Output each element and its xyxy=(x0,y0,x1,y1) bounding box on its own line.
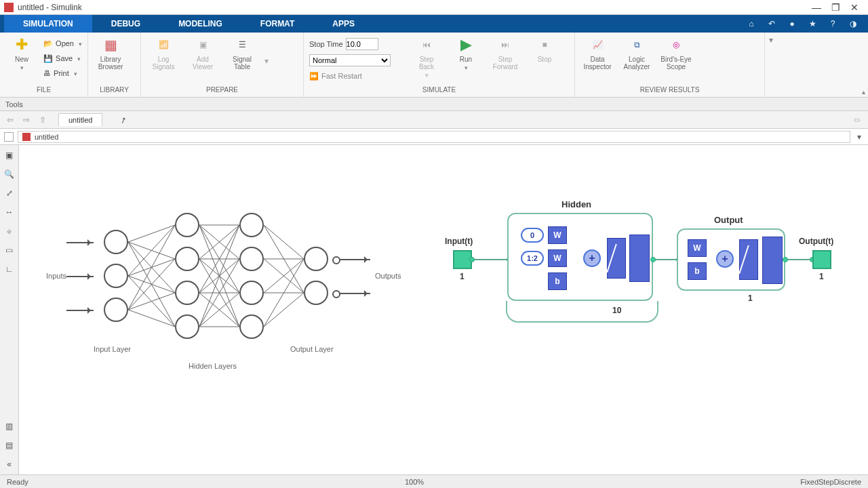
ribbon-collapse-button[interactable]: ▴ xyxy=(862,88,865,96)
output-port-block[interactable] xyxy=(812,250,831,269)
group-label-prepare: PREPARE xyxy=(146,86,298,96)
new-button[interactable]: ✚ New ▾ xyxy=(5,35,38,71)
nav-up-icon[interactable]: ⇧ xyxy=(37,114,49,126)
library-browser-button[interactable]: ▦ Library Browser xyxy=(94,35,127,70)
step-forward-button[interactable]: ⏭Step Forward xyxy=(488,35,522,70)
feedback-loop xyxy=(506,301,658,323)
transfer-fn-block[interactable] xyxy=(607,238,626,279)
label-hidden: Hidden xyxy=(561,199,591,209)
fit-icon[interactable]: ⤢ xyxy=(3,187,16,199)
open-button[interactable]: 📂Open xyxy=(43,37,82,50)
model-canvas[interactable]: Inputs Input Layer Hidden Layers Output … xyxy=(19,145,868,474)
nav-forward-icon[interactable]: ⇨ xyxy=(20,114,33,126)
stop-button[interactable]: ■Stop xyxy=(528,35,561,63)
ribbon-group-review: 📈Data Inspector ⧉Logic Analyzer ◎Bird's-… xyxy=(575,33,765,97)
settings-icon[interactable]: ◑ xyxy=(846,17,860,30)
delay-block[interactable]: 0 xyxy=(521,228,544,243)
stop-time-row: Stop Time xyxy=(309,37,404,52)
title-bar: untitled - Simulink — ❐ ✕ xyxy=(0,0,868,15)
tab-debug[interactable]: DEBUG xyxy=(92,15,159,33)
tab-apps[interactable]: APPS xyxy=(313,15,374,33)
stop-time-input[interactable] xyxy=(346,38,378,50)
group-label-library: LIBRARY xyxy=(94,86,135,96)
svg-line-10 xyxy=(128,293,175,310)
mux-block[interactable] xyxy=(629,235,650,282)
label-output-layer: Output Layer xyxy=(290,345,334,353)
logic-analyzer-button[interactable]: ⧉Logic Analyzer xyxy=(620,35,654,70)
status-zoom[interactable]: 100% xyxy=(28,478,800,486)
transfer-fn-block[interactable] xyxy=(739,239,758,280)
restore-view-icon[interactable]: « xyxy=(3,458,16,470)
app-icon xyxy=(4,3,14,12)
annotation-icon[interactable]: ▭ xyxy=(3,244,16,256)
svg-line-11 xyxy=(128,310,175,327)
image-icon[interactable]: ▥ xyxy=(3,420,16,432)
save-button[interactable]: 💾Save xyxy=(43,52,82,65)
simulink-nn-diagram: Input(t) 1 Hidden 0 W 1:2 W b + xyxy=(439,203,846,338)
tab-format[interactable]: FORMAT xyxy=(241,15,313,33)
status-solver[interactable]: FixedStepDiscrete xyxy=(800,478,861,486)
minimize-button[interactable]: — xyxy=(807,2,826,13)
help-icon[interactable]: ? xyxy=(826,17,840,30)
doc-tab-untitled[interactable]: untitled xyxy=(58,113,102,126)
undo-icon[interactable]: ↶ xyxy=(765,17,778,30)
output-subsystem[interactable]: W b + xyxy=(677,228,785,291)
print-button[interactable]: 🖶Print xyxy=(43,66,82,80)
doc-tab-menu-icon[interactable]: ▭ xyxy=(854,116,864,123)
viewmark-icon[interactable]: ▤ xyxy=(3,439,16,451)
pan-icon[interactable]: ↔ xyxy=(3,206,16,218)
log-signals-button[interactable]: 📶Log Signals xyxy=(146,35,180,70)
data-inspector-button[interactable]: 📈Data Inspector xyxy=(580,35,614,70)
nav-back-icon[interactable]: ⇦ xyxy=(4,114,16,126)
hidden-subsystem[interactable]: 0 W 1:2 W b + xyxy=(507,213,653,301)
mux-block[interactable] xyxy=(762,237,783,284)
sum-block[interactable]: + xyxy=(583,249,601,267)
svg-line-8 xyxy=(128,225,175,310)
window-title: untitled - Simulink xyxy=(18,3,807,12)
svg-line-9 xyxy=(128,259,175,310)
ribbon-group-prepare: 📶Log Signals ▣Add Viewer ☰Signal Table ▾… xyxy=(141,33,304,97)
zoom-icon[interactable]: 🔍 xyxy=(3,168,16,180)
run-button[interactable]: ▶Run▾ xyxy=(449,35,483,71)
label-hidden-size: 10 xyxy=(612,306,621,315)
label-input-layer: Input Layer xyxy=(94,345,131,353)
close-button[interactable]: ✕ xyxy=(845,2,864,13)
breadcrumb-dropdown-icon[interactable]: ▾ xyxy=(854,132,864,142)
nn-concept-diagram: Inputs Input Layer Hidden Layers Output … xyxy=(66,209,419,386)
model-browser-icon[interactable] xyxy=(4,132,14,142)
step-back-button[interactable]: ⏮Step Back▾ xyxy=(410,35,443,79)
delay-block[interactable]: 1:2 xyxy=(521,251,544,266)
weight-block[interactable]: W xyxy=(548,226,567,244)
svg-line-4 xyxy=(128,225,175,276)
ribbon-group-simulate: Stop Time Normal ⏩Fast Restart ⏮Step Bac… xyxy=(304,33,575,97)
bias-block[interactable]: b xyxy=(548,272,567,290)
tab-modeling[interactable]: MODELING xyxy=(159,15,241,33)
signal-table-button[interactable]: ☰Signal Table xyxy=(225,35,259,70)
area-icon[interactable]: ∟ xyxy=(3,263,16,275)
main-area: ▣ 🔍 ⤢ ↔ ⟐ ▭ ∟ ▥ ▤ « xyxy=(0,145,868,474)
home-icon[interactable]: ⌂ xyxy=(745,17,758,30)
sum-block[interactable]: + xyxy=(716,250,734,268)
add-viewer-button[interactable]: ▣Add Viewer xyxy=(186,35,220,70)
label-input-t: Input(t) xyxy=(445,237,473,246)
label-hidden-layers: Hidden Layers xyxy=(189,362,237,370)
notification-icon[interactable]: ● xyxy=(785,17,799,30)
weight-block[interactable]: W xyxy=(548,249,567,267)
ribbon-more-button[interactable]: ▾ xyxy=(765,33,777,97)
tab-simulation[interactable]: SIMULATION xyxy=(4,15,92,33)
hide-browser-icon[interactable]: ▣ xyxy=(3,149,16,161)
ribbon-tab-bar: SIMULATION DEBUG MODELING FORMAT APPS ⌂ … xyxy=(0,15,868,33)
sample-time-icon[interactable]: ⟐ xyxy=(3,225,16,237)
breadcrumb[interactable]: untitled xyxy=(18,131,850,143)
favorite-icon[interactable]: ★ xyxy=(806,17,819,30)
svg-line-35 xyxy=(264,293,304,327)
model-icon xyxy=(22,133,31,141)
label-outport-size: 1 xyxy=(819,272,824,281)
bias-block[interactable]: b xyxy=(688,262,707,280)
birdseye-scope-button[interactable]: ◎Bird's-Eye Scope xyxy=(659,35,693,70)
sim-mode-select[interactable]: Normal xyxy=(309,54,391,66)
weight-block[interactable]: W xyxy=(688,239,707,257)
fast-restart-button[interactable]: ⏩Fast Restart xyxy=(309,69,404,83)
canvas-toolbar: ▣ 🔍 ⤢ ↔ ⟐ ▭ ∟ ▥ ▤ « xyxy=(0,145,19,474)
restore-button[interactable]: ❐ xyxy=(826,2,845,13)
